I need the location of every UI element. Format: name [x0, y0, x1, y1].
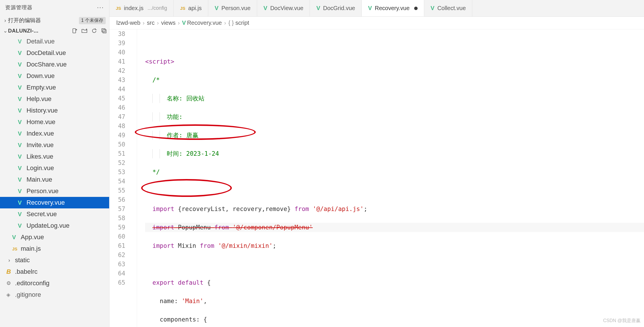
file-name: .gitignore [15, 291, 41, 299]
js-icon: JS [12, 246, 17, 251]
vue-icon: V [368, 5, 372, 12]
file-item[interactable]: VHelp.vue [0, 93, 109, 105]
tab-label: Recovery.vue [375, 5, 410, 12]
editor-tab[interactable]: VCollect.vue [424, 0, 472, 16]
editor-tab[interactable]: VPerson.vue [208, 0, 257, 16]
file-item[interactable]: VDown.vue [0, 70, 109, 82]
file-name: main.js [21, 245, 41, 252]
line-number: 55 [109, 186, 125, 195]
vue-icon: V [18, 73, 22, 79]
refresh-icon[interactable] [91, 28, 97, 34]
watermark: CSDN @我是唐赢 [603, 316, 641, 325]
vue-icon: V [182, 20, 186, 26]
file-item[interactable]: VLikes.vue [0, 151, 109, 162]
line-number: 62 [109, 250, 125, 260]
file-name: History.vue [26, 107, 58, 114]
file-name: Detail.vue [26, 38, 55, 45]
file-item[interactable]: VRecovery.vue [0, 197, 109, 208]
line-number: 54 [109, 177, 125, 186]
app-root: 资源管理器 ··· › 打开的编辑器 1 个未保存 ⌄ DALUNZI-... [0, 0, 644, 327]
new-folder-icon[interactable] [82, 28, 87, 34]
crumb[interactable]: views [161, 20, 175, 26]
file-item[interactable]: VMain.vue [0, 174, 109, 185]
file-item[interactable]: VDetail.vue [0, 36, 109, 47]
vue-icon: V [18, 84, 22, 91]
project-actions [72, 28, 107, 34]
vue-icon: V [18, 188, 22, 195]
crumb[interactable]: { } script [228, 20, 249, 26]
file-item[interactable]: VIndex.vue [0, 128, 109, 139]
file-item[interactable]: VUpdateLog.vue [0, 220, 109, 231]
vue-icon: V [18, 211, 22, 218]
open-editors-section[interactable]: › 打开的编辑器 1 个未保存 [0, 15, 109, 26]
chevron-right-icon: › [6, 257, 12, 263]
line-number: 58 [109, 214, 125, 223]
line-number: 64 [109, 269, 125, 278]
line-number: 61 [109, 241, 125, 250]
vue-icon: V [431, 5, 434, 12]
file-item[interactable]: VEmpty.vue [0, 82, 109, 93]
file-name: DocShare.vue [26, 61, 67, 68]
chevron-right-icon: › [157, 20, 159, 26]
breadcrumbs[interactable]: lzwd-web› src› views› VRecovery.vue› { }… [109, 17, 644, 29]
file-name: Likes.vue [26, 153, 53, 160]
explorer-header: 资源管理器 ··· [0, 0, 109, 15]
file-item[interactable]: VDocShare.vue [0, 59, 109, 70]
js-icon: JS [180, 6, 185, 11]
file-item[interactable]: JSmain.js [0, 243, 109, 254]
file-item[interactable]: ◈.gitignore [0, 289, 109, 301]
vue-icon: V [18, 223, 22, 229]
unsaved-badge: 1 个未保存 [79, 17, 106, 24]
file-name: App.vue [21, 233, 44, 241]
editor-tab[interactable]: JSapi.js [174, 0, 208, 16]
crumb[interactable]: src [147, 20, 155, 26]
file-item[interactable]: VLogin.vue [0, 162, 109, 174]
vue-icon: V [264, 5, 267, 12]
collapse-icon[interactable] [101, 28, 107, 34]
file-item[interactable]: VPerson.vue [0, 185, 109, 197]
file-name: Recovery.vue [26, 199, 65, 206]
editor-tab[interactable]: VDocView.vue [257, 0, 310, 16]
crumb[interactable]: lzwd-web [116, 20, 140, 26]
code-content[interactable]: <script> /* 名称: 回收站 功能: 作者: 唐赢 时间: 2023-… [137, 29, 644, 327]
line-number: 45 [109, 94, 125, 103]
file-name: Invite.vue [26, 141, 54, 149]
file-item[interactable]: VSecret.vue [0, 208, 109, 220]
file-item[interactable]: VDocDetail.vue [0, 47, 109, 59]
file-item[interactable]: VHistory.vue [0, 105, 109, 116]
tab-label: DocGrid.vue [323, 5, 355, 12]
line-number: 53 [109, 168, 125, 177]
project-section[interactable]: ⌄ DALUNZI-... [0, 26, 109, 36]
file-item[interactable]: VInvite.vue [0, 139, 109, 151]
gear-icon: ⚙ [6, 280, 11, 286]
explorer-sidebar: 资源管理器 ··· › 打开的编辑器 1 个未保存 ⌄ DALUNZI-... [0, 0, 109, 327]
file-name: Person.vue [26, 187, 58, 195]
vue-icon: V [18, 130, 22, 137]
editor-tab[interactable]: VDocGrid.vue [310, 0, 362, 16]
vue-icon: V [18, 119, 22, 126]
file-item[interactable]: ›static [0, 254, 109, 266]
line-number: 51 [109, 149, 125, 158]
file-item[interactable]: VHome.vue [0, 116, 109, 128]
chevron-down-icon: ⌄ [2, 28, 8, 34]
code-editor[interactable]: 3839404142434445464748495051525354555657… [109, 29, 644, 327]
svg-rect-6 [103, 30, 106, 33]
vue-icon: V [18, 176, 22, 183]
editor-tab[interactable]: JSindex.js.../config [109, 0, 174, 16]
line-gutter: 3839404142434445464748495051525354555657… [109, 29, 137, 327]
editor-tab[interactable]: VRecovery.vue [362, 0, 424, 16]
crumb[interactable]: VRecovery.vue [182, 20, 222, 26]
vue-icon: V [18, 199, 22, 206]
file-item[interactable]: B.babelrc [0, 266, 109, 277]
tab-label: DocView.vue [270, 5, 303, 12]
line-number: 42 [109, 66, 125, 75]
file-item[interactable]: VApp.vue [0, 231, 109, 243]
file-name: Help.vue [26, 95, 52, 103]
braces-icon: { } [228, 20, 234, 26]
more-icon[interactable]: ··· [97, 4, 104, 11]
file-name: Down.vue [26, 72, 55, 80]
line-number: 43 [109, 75, 125, 85]
new-file-icon[interactable] [72, 28, 77, 34]
line-number: 47 [109, 112, 125, 121]
file-item[interactable]: ⚙.editorconfig [0, 277, 109, 289]
